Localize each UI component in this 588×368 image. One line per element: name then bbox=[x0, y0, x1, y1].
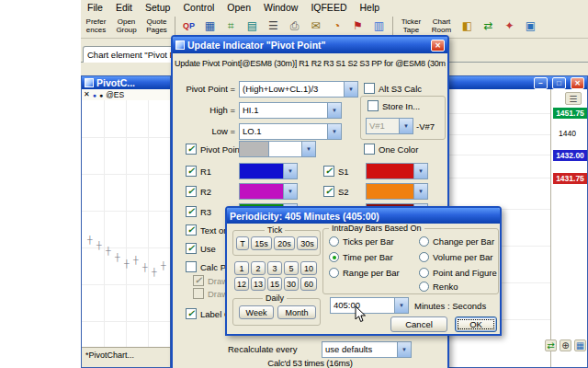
news-icon[interactable]: ✉ bbox=[307, 17, 324, 35]
chevron-down-icon[interactable]: ▼ bbox=[394, 298, 408, 313]
minute-12-button[interactable]: 12 bbox=[234, 277, 249, 291]
quote-sheet-icon[interactable]: ▦ bbox=[201, 17, 219, 35]
grid-toggle-icon[interactable]: ▦ bbox=[574, 339, 586, 351]
ticker-tape-button[interactable]: TickerTape bbox=[396, 15, 426, 37]
r2-checkbox[interactable]: ✓ bbox=[186, 186, 197, 197]
qp-icon[interactable]: QP bbox=[180, 17, 198, 35]
hotlist-icon[interactable]: ☰ bbox=[265, 17, 282, 35]
chevron-down-icon[interactable]: ▼ bbox=[413, 184, 427, 199]
periodicity-titlebar[interactable]: Periodicity: 405 Minutes (405:00) bbox=[227, 208, 500, 224]
quote-pages-button[interactable]: QuotePages bbox=[141, 15, 172, 37]
point-and-figure-radio[interactable] bbox=[419, 268, 429, 278]
update-dialog-titlebar[interactable]: Update Indicator "Pivot Point" ✕ bbox=[173, 37, 447, 53]
one-color-checkbox[interactable]: ✓ bbox=[364, 144, 375, 155]
chevron-down-icon[interactable]: ▼ bbox=[413, 164, 427, 178]
ticker-icon[interactable]: ▤ bbox=[243, 17, 261, 35]
s1-checkbox[interactable]: ✓ bbox=[323, 166, 334, 177]
change-per-bar-radio[interactable] bbox=[419, 236, 429, 247]
minute-15-button[interactable]: 15 bbox=[267, 277, 282, 291]
chevron-down-icon[interactable]: ▼ bbox=[283, 164, 297, 178]
s2-color-select[interactable]: ▼ bbox=[366, 183, 428, 200]
remove-study-icon[interactable]: ✕ bbox=[84, 91, 90, 98]
store-in-checkbox[interactable]: ✓ bbox=[368, 100, 379, 111]
calc-pivot-checkbox[interactable]: ✓ bbox=[186, 261, 197, 272]
tick-15s-button[interactable]: 15s bbox=[251, 236, 272, 250]
chart-sheet-tab[interactable]: *PivotChart... bbox=[82, 347, 170, 367]
r2-color-select[interactable]: ▼ bbox=[239, 183, 298, 200]
alerts-icon[interactable]: ⚑ bbox=[349, 17, 367, 35]
low-select[interactable]: LO.1 ▼ bbox=[239, 123, 342, 140]
volume-per-bar-radio[interactable] bbox=[419, 252, 429, 262]
scroll-arrows-icon[interactable]: ⇄ bbox=[545, 339, 557, 351]
link-icon[interactable]: ⇄ bbox=[480, 17, 497, 35]
s1-color-select[interactable]: ▼ bbox=[366, 163, 428, 179]
print-icon[interactable]: ⎙ bbox=[286, 17, 303, 35]
r1-checkbox[interactable]: ✓ bbox=[186, 166, 197, 177]
preferences-button[interactable]: Preferences bbox=[81, 15, 111, 37]
draw-history-checkbox[interactable]: ✓ bbox=[193, 288, 204, 299]
close-icon[interactable]: ✕ bbox=[571, 77, 584, 89]
menu-setup[interactable]: Setup bbox=[139, 1, 176, 14]
text-on-checkbox[interactable]: ✓ bbox=[186, 224, 197, 236]
chart-icon[interactable]: ⌗ bbox=[222, 17, 240, 35]
options-icon[interactable]: ▥ bbox=[370, 17, 388, 35]
minute-3-button[interactable]: 3 bbox=[267, 261, 282, 275]
time-per-bar-radio[interactable] bbox=[329, 252, 339, 262]
minimize-icon[interactable]: − bbox=[534, 77, 548, 89]
tick-20s-button[interactable]: 20s bbox=[274, 236, 295, 250]
right-chart-titlebar[interactable]: − □ ✕ bbox=[442, 76, 587, 89]
chevron-down-icon[interactable]: ▼ bbox=[327, 124, 341, 139]
recalculate-select[interactable]: use defaults ▼ bbox=[322, 341, 412, 358]
mail-icon[interactable]: ✦ bbox=[501, 17, 518, 35]
menu-control[interactable]: Control bbox=[176, 1, 220, 14]
chevron-down-icon[interactable]: ▼ bbox=[399, 119, 413, 133]
layout-icon[interactable]: ▣ bbox=[522, 17, 539, 35]
chevron-down-icon[interactable]: ▼ bbox=[327, 103, 341, 118]
minute-13-button[interactable]: 13 bbox=[251, 277, 266, 291]
draw-current-checkbox[interactable]: ✓ bbox=[193, 275, 204, 286]
chevron-down-icon[interactable]: ▼ bbox=[397, 342, 411, 357]
menu-edit[interactable]: Edit bbox=[109, 1, 139, 14]
chevron-down-icon[interactable]: ▼ bbox=[344, 82, 357, 97]
store-variable-select[interactable]: V#1 ▼ bbox=[366, 118, 413, 134]
pivot-point-select[interactable]: (High+Low+CL.1)/3 ▼ bbox=[239, 81, 358, 98]
menu-help[interactable]: Help bbox=[353, 1, 386, 14]
minute-5-button[interactable]: 5 bbox=[284, 261, 299, 275]
s2-checkbox[interactable]: ✓ bbox=[323, 186, 334, 197]
close-icon[interactable]: ✕ bbox=[431, 40, 445, 52]
minute-1-button[interactable]: 1 bbox=[234, 261, 249, 275]
use-checkbox[interactable]: ✓ bbox=[186, 243, 197, 254]
chart-room-button[interactable]: ChartRoom bbox=[426, 15, 457, 37]
interval-select[interactable]: 405:00 ▼ bbox=[330, 297, 409, 314]
scanner-icon[interactable]: ◧ bbox=[458, 17, 476, 35]
menu-window[interactable]: Window bbox=[257, 1, 304, 14]
r3-checkbox[interactable]: ✓ bbox=[186, 206, 197, 217]
zoom-icon[interactable]: ⊕ bbox=[560, 339, 571, 351]
chevron-down-icon[interactable]: ▼ bbox=[301, 142, 315, 156]
range-per-bar-radio[interactable] bbox=[329, 268, 339, 278]
left-chart-titlebar[interactable]: PivotC... bbox=[82, 76, 170, 89]
pivot-color-select[interactable]: ▼ bbox=[239, 141, 316, 157]
ok-button[interactable]: OK bbox=[455, 316, 497, 332]
time-sales-icon[interactable]: ◔ bbox=[328, 17, 345, 35]
pivot-point-checkbox[interactable]: ✓ bbox=[186, 144, 197, 155]
open-group-button[interactable]: OpenGroup bbox=[111, 15, 141, 37]
minute-10-button[interactable]: 10 bbox=[300, 261, 317, 275]
r1-color-select[interactable]: ▼ bbox=[239, 163, 298, 179]
tick-30s-button[interactable]: 30s bbox=[297, 236, 318, 250]
menu-iqfeed[interactable]: IQFEED bbox=[304, 1, 353, 14]
ticks-per-bar-radio[interactable] bbox=[329, 236, 339, 247]
minute-2-button[interactable]: 2 bbox=[251, 261, 266, 275]
tick-t-button[interactable]: T bbox=[236, 236, 249, 250]
alt-s3-calc-checkbox[interactable]: ✓ bbox=[364, 83, 375, 94]
month-button[interactable]: Month bbox=[277, 305, 316, 319]
menu-open[interactable]: Open bbox=[220, 1, 257, 14]
chevron-down-icon[interactable]: ▼ bbox=[283, 184, 297, 199]
renko-radio[interactable] bbox=[419, 282, 429, 292]
week-button[interactable]: Week bbox=[239, 305, 274, 319]
minute-30-button[interactable]: 30 bbox=[284, 277, 299, 291]
chart-settings-icon[interactable]: ☰ bbox=[565, 92, 582, 105]
menu-file[interactable]: File bbox=[81, 1, 109, 14]
high-select[interactable]: HI.1 ▼ bbox=[239, 102, 342, 119]
label-current-checkbox[interactable]: ✓ bbox=[186, 308, 197, 319]
